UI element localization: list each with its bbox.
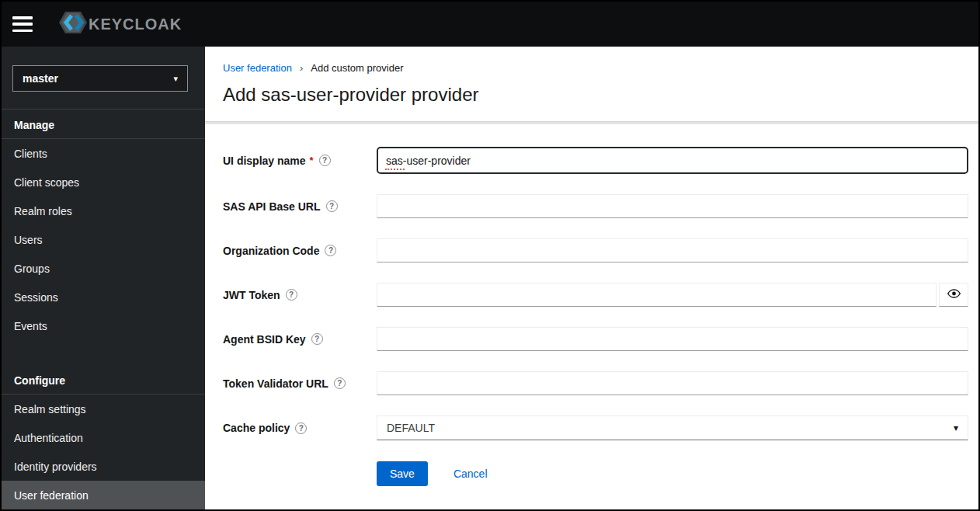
hamburger-menu-button[interactable] [12,16,33,32]
realm-selector-dropdown[interactable]: master ▾ [12,65,188,92]
keycloak-hexagon-icon [53,7,93,41]
breadcrumb-user-federation-link[interactable]: User federation [223,62,292,74]
sidebar-item-realm-roles[interactable]: Realm roles [2,196,205,225]
chevron-down-icon: ▾ [173,74,178,84]
agent-bsid-key-input[interactable] [377,327,968,351]
save-button[interactable]: Save [377,461,428,486]
cancel-link[interactable]: Cancel [454,468,488,480]
question-circle-icon[interactable]: ? [325,245,336,256]
question-circle-icon[interactable]: ? [286,289,297,301]
add-provider-form: UI display name * ? SAS API Base URL ? [223,147,968,486]
sidebar-item-sessions[interactable]: Sessions [2,283,205,311]
keycloak-logo: KEYCLOAK [53,7,182,41]
sidebar-item-realm-settings[interactable]: Realm settings [2,395,205,423]
main-content: User federation › Add custom provider Ad… [205,47,978,509]
sidebar-item-identity-providers[interactable]: Identity providers [2,452,205,481]
form-row-jwt-token: JWT Token ? [223,283,968,307]
cache-policy-label: Cache policy ? [223,422,377,434]
question-circle-icon[interactable]: ? [334,377,346,389]
sidebar-item-events[interactable]: Events [2,311,205,340]
form-row-agent-bsid-key: Agent BSID Key ? [223,327,968,351]
hamburger-icon [12,16,33,19]
cache-policy-select[interactable]: DEFAULT ▾ [377,415,968,440]
brand-wordmark: KEYCLOAK [89,16,182,33]
form-row-ui-display-name: UI display name * ? [223,147,968,174]
nav-section-title-configure: Configure [2,365,205,394]
sidebar-item-client-scopes[interactable]: Client scopes [2,168,205,196]
ui-display-name-label: UI display name * ? [223,155,377,167]
sas-api-base-url-input[interactable] [377,194,968,218]
question-circle-icon[interactable]: ? [326,200,338,212]
question-circle-icon[interactable]: ? [319,155,331,166]
caret-down-icon: ▾ [954,422,958,433]
jwt-token-label: JWT Token ? [223,289,377,301]
organization-code-input[interactable] [377,238,968,262]
form-row-cache-policy: Cache policy ? DEFAULT ▾ [223,415,968,440]
app-header: KEYCLOAK [2,2,978,47]
page-title: Add sas-user-provider provider [223,84,968,106]
sidebar-item-authentication[interactable]: Authentication [2,423,205,452]
eye-icon [947,288,961,301]
cache-policy-selected-value: DEFAULT [387,422,435,434]
sidebar-nav: master ▾ Manage Clients Client scopes Re… [2,47,205,509]
token-validator-url-label: Token Validator URL ? [223,377,377,390]
nav-section-configure: Configure Realm settings Authentication … [2,365,205,509]
breadcrumb-current-page: Add custom provider [311,62,403,74]
ui-display-name-input[interactable] [377,147,968,174]
current-realm-label: master [23,72,58,85]
agent-bsid-key-label: Agent BSID Key ? [223,333,377,346]
required-asterisk: * [310,155,314,166]
breadcrumb: User federation › Add custom provider [223,62,968,74]
chevron-right-icon: › [300,62,303,74]
show-password-button[interactable] [939,283,968,307]
keycloak-admin-window: KEYCLOAK master ▾ Manage Clients Client … [0,0,980,511]
nav-section-manage: Manage Clients Client scopes Realm roles… [2,110,205,340]
sidebar-item-groups[interactable]: Groups [2,254,205,283]
jwt-token-input[interactable] [377,283,937,307]
question-circle-icon[interactable]: ? [311,333,323,345]
form-row-token-validator-url: Token Validator URL ? [223,371,968,395]
token-validator-url-input[interactable] [377,371,968,395]
sidebar-item-user-federation[interactable]: User federation [2,481,205,509]
section-divider [205,121,978,124]
question-circle-icon[interactable]: ? [295,422,307,434]
organization-code-label: Organization Code ? [223,245,377,257]
sidebar-item-clients[interactable]: Clients [2,139,205,168]
form-row-sas-api-base-url: SAS API Base URL ? [223,194,968,218]
form-row-organization-code: Organization Code ? [223,238,968,262]
nav-section-title-manage: Manage [2,110,205,138]
sas-api-base-url-label: SAS API Base URL ? [223,200,377,213]
form-actions: Save Cancel [377,461,968,486]
sidebar-item-users[interactable]: Users [2,225,205,254]
